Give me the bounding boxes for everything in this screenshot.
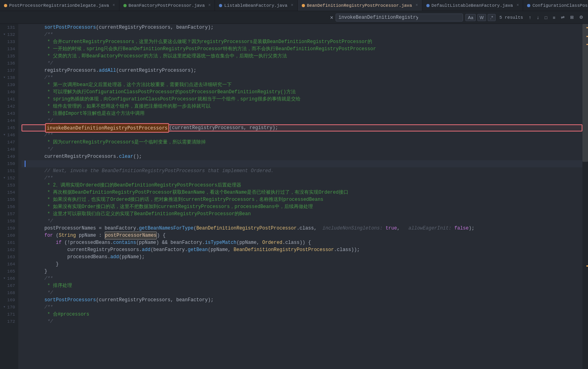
tab-close-5[interactable]: × <box>516 3 519 8</box>
tab-bean-definition-registry[interactable]: BeanDefinitionRegistryPostProcessor.java… <box>298 0 422 11</box>
code-line-145: invokeBeanDefinitionRegistryPostProcesso… <box>21 124 582 132</box>
linenum-148: 148 <box>3 146 15 153</box>
code-line-168: */ <box>21 289 582 296</box>
tab-icon-5 <box>426 4 430 7</box>
filter-icon[interactable]: ⚙ <box>578 14 585 21</box>
fold-146[interactable]: ▾ <box>3 132 6 139</box>
find-in-selection[interactable]: ≡ <box>551 14 557 21</box>
fold-138[interactable]: ▾ <box>3 74 6 81</box>
tab-icon-3 <box>219 4 222 7</box>
code-line-170: /** <box>21 304 582 311</box>
linenum-147: 147 <box>3 139 15 146</box>
tab-label-1: PostProcessorRegistrationDelegate.java <box>9 3 109 8</box>
search-match-active: invokeBeanDefinitionRegistryPostProcesso… <box>45 123 169 133</box>
search-input-wrap <box>336 14 463 22</box>
code-line-132: /** <box>21 31 582 38</box>
prev-result-button[interactable]: ↑ <box>527 14 533 21</box>
minimap[interactable] <box>582 24 588 369</box>
tab-configuration-class[interactable]: ConfigurationClassPostProcessor × <box>523 0 588 11</box>
code-line-138: /** <box>21 74 582 81</box>
fold-170[interactable]: ▾ <box>3 304 6 311</box>
code-line-155: * 如果没有执行过，也实现了Ordered接口的话，把对象推送到currentR… <box>21 196 582 203</box>
linenum-162: 162 <box>3 246 15 253</box>
linenum-142: 142 <box>3 103 15 110</box>
code-line-167: * 排序处理 <box>21 282 582 289</box>
code-line-141: * spring热插拔的体现，向ConfigurationClassPostPr… <box>21 96 582 103</box>
code-line-165: } <box>21 268 582 275</box>
fold-152[interactable]: ▾ <box>3 175 6 182</box>
code-area: 131 ▾132 133 134 135 136 137 ▾138 139 14… <box>0 24 588 369</box>
code-line-169: sortPostProcessors(currentRegistryProces… <box>21 296 582 304</box>
linenum-143: 143 <box>3 110 15 117</box>
code-line-131: sortPostProcessors(currentRegistryProces… <box>21 24 582 31</box>
linenum-137: 137 <box>3 67 15 74</box>
code-line-133: * 合并currentRegistryProcessors，这里为什么要这么做呢… <box>21 38 582 45</box>
linenum-133: 133 <box>3 38 15 45</box>
linenum-151: 151 <box>3 167 15 175</box>
tab-close-2[interactable]: × <box>208 3 211 8</box>
linenum-139: 139 <box>3 81 15 88</box>
linenum-145: 145 <box>3 124 15 132</box>
fold-166[interactable]: ▾ <box>3 275 6 282</box>
linenum-165: 165 <box>3 268 15 275</box>
linenum-134: 134 <box>3 45 15 53</box>
next-result-button[interactable]: ↓ <box>535 14 541 21</box>
tab-post-processor-registration[interactable]: PostProcessorRegistrationDelegate.java × <box>0 0 119 11</box>
preserve-case[interactable]: ⇌ <box>559 14 566 21</box>
code-line-162: currentRegistryProcessors.add(beanFactor… <box>21 246 582 253</box>
search-close-button[interactable]: × <box>330 14 333 21</box>
code-line-137: registryProcessors.addAll(currentRegistr… <box>21 67 582 74</box>
scrollbar-thumb[interactable] <box>582 24 588 162</box>
tab-listable-bean-factory[interactable]: ListableBeanFactory.java × <box>215 0 297 11</box>
tab-bean-factory-post-processor[interactable]: BeanFactoryPostProcessor.java × <box>119 0 215 11</box>
linenum-161: 161 <box>3 239 15 246</box>
linenum-131: 131 <box>3 24 15 31</box>
search-bar: × Aa W .* 5 results ↑ ↓ □ ≡ ⇌ ⊞ ⚙ <box>0 11 588 24</box>
code-line-136: */ <box>21 60 582 67</box>
code-line-140: * 可以理解为执行ConfigurationClassPostProcessor… <box>21 88 582 96</box>
linenum-157: 157 <box>3 210 15 218</box>
code-line-157: * 这里才可以获取我们自己定义的实现了BeanDefinitionRegistr… <box>21 210 582 218</box>
search-match-2: postProcessorNames <box>105 232 157 239</box>
linenum-172: 172 <box>3 318 15 325</box>
tab-icon-4 <box>302 4 305 7</box>
code-line-164: } <box>21 261 582 268</box>
linenum-164: 164 <box>3 261 15 268</box>
tab-close-3[interactable]: × <box>291 3 293 8</box>
regex-button[interactable]: .* <box>488 14 495 21</box>
code-line-171: * 合#processors <box>21 311 582 318</box>
tab-close-1[interactable]: × <box>113 3 115 8</box>
tab-default-listable[interactable]: DefaultListableBeanFactory.java × <box>422 0 524 11</box>
linenum-153: 153 <box>3 182 15 189</box>
linenum-141: 141 <box>3 96 15 103</box>
linenum-166: ▾166 <box>3 275 15 282</box>
tab-bar: PostProcessorRegistrationDelegate.java ×… <box>0 0 588 11</box>
tab-close-4[interactable]: × <box>416 3 418 8</box>
code-line-148: */ <box>21 146 582 153</box>
tab-icon-1 <box>4 4 7 7</box>
code-content[interactable]: sortPostProcessors(currentRegistryProces… <box>18 24 582 369</box>
linenum-170: ▾170 <box>3 304 15 311</box>
linenum-159: 159 <box>3 225 15 232</box>
search-input[interactable] <box>338 15 418 20</box>
minimap-marker-4 <box>586 265 588 267</box>
linenum-168: 168 <box>3 289 15 296</box>
linenum-163: 163 <box>3 253 15 261</box>
code-line-150 <box>21 160 582 167</box>
match-case-button[interactable]: Aa <box>465 14 475 21</box>
close-find-icon[interactable]: ⊞ <box>568 14 575 21</box>
tab-label-2: BeanFactoryPostProcessor.java <box>129 3 205 8</box>
linenum-136: 136 <box>3 60 15 67</box>
tab-label-3: ListableBeanFactory.java <box>224 3 287 8</box>
code-line-152: /** <box>21 175 582 182</box>
code-line-153: * 2、调用实现Ordered接口的BeanDefinitionRegistry… <box>21 182 582 189</box>
code-line-142: * 组件去管理的，如果不想用这个组件，直接把注册组件的那一步去掉就可以 <box>21 103 582 110</box>
toggle-search-replace[interactable]: □ <box>543 14 549 21</box>
linenum-138: ▾138 <box>3 74 15 81</box>
match-word-button[interactable]: W <box>477 14 486 21</box>
cursor <box>25 161 25 167</box>
linenum-154: 154 <box>3 189 15 196</box>
linenum-158: 158 <box>3 218 15 225</box>
tab-label-5: DefaultListableBeanFactory.java <box>432 3 513 8</box>
fold-132[interactable]: ▾ <box>3 31 6 38</box>
